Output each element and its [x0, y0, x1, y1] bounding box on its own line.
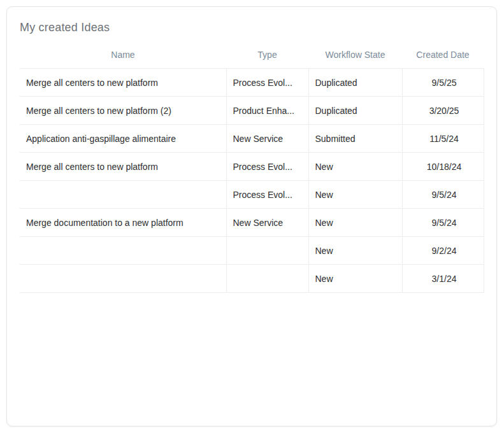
table-row[interactable]: Merge documentation to a new platformNew… [20, 209, 484, 237]
cell-name: Application anti-gaspillage alimentaire [20, 125, 226, 153]
cell-workflow_state: New [308, 237, 402, 265]
cell-created_date: 3/1/24 [402, 265, 484, 293]
cell-type: New Service [226, 209, 308, 237]
table-row[interactable]: Merge all centers to new platform (2)Pro… [20, 97, 484, 125]
cell-name: Merge all centers to new platform [20, 69, 226, 97]
ideas-table-body: Merge all centers to new platformProcess… [20, 69, 484, 293]
cell-type: Process Evol... [226, 69, 308, 97]
header-row: NameTypeWorkflow StateCreated Date [20, 43, 484, 69]
cell-name [20, 265, 226, 293]
cell-workflow_state: Duplicated [308, 69, 402, 97]
cell-created_date: 9/5/25 [402, 69, 484, 97]
cell-workflow_state: New [308, 209, 402, 237]
cell-name: Merge all centers to new platform (2) [20, 97, 226, 125]
cell-type: New Service [226, 125, 308, 153]
cell-type [226, 237, 308, 265]
cell-name [20, 237, 226, 265]
table-row[interactable]: New9/2/24 [20, 237, 484, 265]
cell-name: Merge all centers to new platform [20, 153, 226, 181]
cell-workflow_state: New [308, 153, 402, 181]
cell-type: Process Evol... [226, 181, 308, 209]
cell-workflow_state: Duplicated [308, 97, 402, 125]
table-row[interactable]: Merge all centers to new platformProcess… [20, 153, 484, 181]
cell-created_date: 9/5/24 [402, 181, 484, 209]
cell-type [226, 265, 308, 293]
cell-type: Product Enha... [226, 97, 308, 125]
cell-workflow_state: New [308, 265, 402, 293]
cell-created_date: 10/18/24 [402, 153, 484, 181]
cell-name: Merge documentation to a new platform [20, 209, 226, 237]
table-row[interactable]: New3/1/24 [20, 265, 484, 293]
table-row[interactable]: Merge all centers to new platformProcess… [20, 69, 484, 97]
cell-workflow_state: Submitted [308, 125, 402, 153]
cell-created_date: 11/5/24 [402, 125, 484, 153]
table-row[interactable]: Application anti-gaspillage alimentaireN… [20, 125, 484, 153]
cell-created_date: 9/5/24 [402, 209, 484, 237]
my-created-ideas-panel: My created Ideas NameTypeWorkflow StateC… [6, 6, 497, 426]
cell-created_date: 9/2/24 [402, 237, 484, 265]
column-header-created_date: Created Date [402, 43, 484, 69]
ideas-table: NameTypeWorkflow StateCreated Date Merge… [20, 43, 484, 293]
table-row[interactable]: Process Evol...New9/5/24 [20, 181, 484, 209]
cell-created_date: 3/20/25 [402, 97, 484, 125]
cell-workflow_state: New [308, 181, 402, 209]
column-header-type: Type [226, 43, 308, 69]
column-header-workflow_state: Workflow State [308, 43, 402, 69]
panel-title: My created Ideas [20, 21, 496, 34]
cell-type: Process Evol... [226, 153, 308, 181]
column-header-name: Name [20, 43, 226, 69]
cell-name [20, 181, 226, 209]
ideas-table-header: NameTypeWorkflow StateCreated Date [20, 43, 484, 69]
